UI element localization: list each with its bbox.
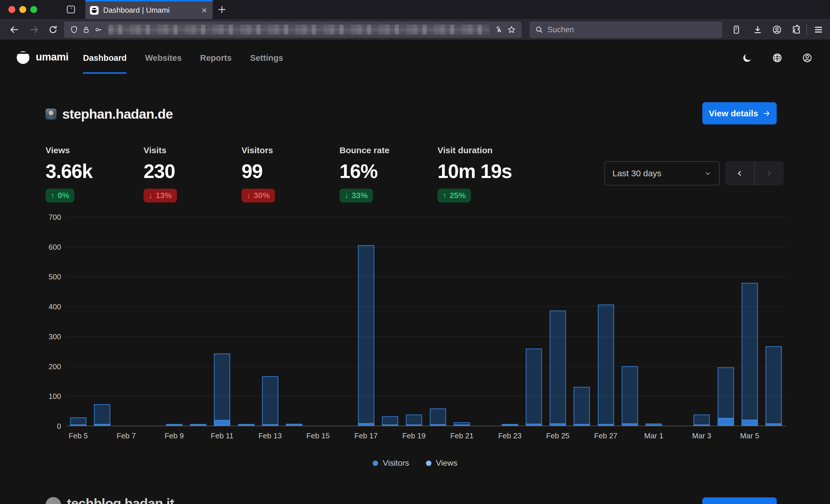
x-tick-label: Mar 1 <box>644 431 663 440</box>
forward-button-icon[interactable] <box>29 25 39 35</box>
metric-change-value: 13% <box>156 191 172 200</box>
reload-button-icon[interactable] <box>48 25 58 35</box>
chevron-left-icon <box>736 170 743 177</box>
visitors-bar-feb-17 <box>358 423 374 426</box>
metric-change-badge: ↑25% <box>438 189 471 202</box>
gridline <box>66 396 786 396</box>
visitors-bar-feb-5 <box>70 425 87 426</box>
website-header: stephan.hadan.de <box>45 106 173 122</box>
sidebar-toggle-icon[interactable] <box>66 4 76 15</box>
close-window-button[interactable] <box>8 6 15 13</box>
menu-hamburger-icon[interactable] <box>813 25 824 35</box>
metric-visit-duration: Visit duration10m 19s↑25% <box>438 145 536 202</box>
nav-item-reports[interactable]: Reports <box>200 40 232 75</box>
views-bar-mar-4 <box>717 367 734 426</box>
x-tick-label: Feb 7 <box>117 431 136 440</box>
x-tick-label: Feb 9 <box>165 431 184 440</box>
umami-favicon-icon <box>90 6 99 15</box>
chevron-right-icon <box>765 170 773 177</box>
lock-icon[interactable] <box>82 25 91 34</box>
umami-brand[interactable]: umami <box>15 49 69 65</box>
nav-item-dashboard[interactable]: Dashboard <box>83 40 127 75</box>
y-tick-label: 200 <box>28 362 61 371</box>
arrow-up-icon: ↑ <box>443 191 447 200</box>
theme-toggle-moon-icon[interactable] <box>742 53 753 63</box>
back-button-icon[interactable] <box>9 25 20 35</box>
metric-visitors: Visitors99↓30% <box>242 145 340 202</box>
views-bar-feb-6 <box>94 404 110 426</box>
legend-item-views[interactable]: Views <box>426 459 457 468</box>
svg-text:A: A <box>498 27 502 33</box>
views-bar-feb-20 <box>430 408 446 426</box>
url-bar[interactable]: A <box>64 21 522 38</box>
visitors-bar-feb-28 <box>621 423 638 426</box>
brand-name: umami <box>36 51 69 63</box>
date-range-select[interactable]: Last 30 days <box>604 161 720 186</box>
views-bar-feb-27 <box>598 304 614 426</box>
url-redacted-text <box>108 25 489 35</box>
next-period-button[interactable] <box>755 161 784 186</box>
x-tick-label: Feb 5 <box>69 431 88 440</box>
pageviews-chart <box>66 217 786 426</box>
app-header: umami DashboardWebsitesReportsSettings <box>0 40 830 75</box>
browser-search-input[interactable]: Suchen <box>530 21 722 38</box>
views-bar-feb-13 <box>262 376 278 426</box>
visitors-bar-feb-27 <box>598 424 614 426</box>
tab-close-icon[interactable] <box>200 7 208 14</box>
metric-change-value: 25% <box>450 191 466 200</box>
visitors-bar-feb-23 <box>502 425 518 426</box>
tab-title: Dashboard | Umami <box>103 6 200 15</box>
zoom-window-button[interactable] <box>30 6 37 13</box>
translate-icon[interactable]: A <box>495 25 504 34</box>
account-icon[interactable] <box>772 25 782 35</box>
metric-value: 99 <box>242 160 340 182</box>
metric-value: 3.66k <box>45 160 143 182</box>
view-details-button[interactable]: View details <box>702 102 777 125</box>
nav-item-settings[interactable]: Settings <box>250 40 283 75</box>
minimize-window-button[interactable] <box>19 6 26 13</box>
language-globe-icon[interactable] <box>772 53 783 63</box>
search-placeholder: Suchen <box>548 25 574 34</box>
x-tick-label: Feb 19 <box>402 431 426 440</box>
shield-icon[interactable] <box>70 25 78 34</box>
nav-item-websites[interactable]: Websites <box>145 40 182 75</box>
x-tick-label: Mar 5 <box>740 431 759 440</box>
website-title: stephan.hadan.de <box>62 106 173 122</box>
y-tick-label: 300 <box>28 332 61 341</box>
visitors-bar-feb-21 <box>454 425 470 426</box>
views-bar-mar-3 <box>693 414 710 426</box>
legend-item-visitors[interactable]: Visitors <box>373 459 409 468</box>
chart-legend: VisitorsViews <box>0 459 830 468</box>
metric-change-badge: ↓13% <box>143 189 177 202</box>
metric-label: Visit duration <box>438 145 536 155</box>
window-controls[interactable] <box>8 6 37 13</box>
views-bar-feb-28 <box>621 366 638 426</box>
browser-tab-active[interactable]: Dashboard | Umami <box>85 0 213 19</box>
previous-period-button[interactable] <box>725 161 755 186</box>
key-permission-icon[interactable] <box>94 25 103 34</box>
downloads-icon[interactable] <box>753 25 763 35</box>
arrow-down-icon: ↓ <box>345 191 349 200</box>
arrow-down-icon: ↓ <box>149 191 153 200</box>
new-tab-button[interactable] <box>217 4 227 15</box>
x-axis-line <box>66 426 786 426</box>
date-range-label: Last 30 days <box>612 168 704 178</box>
x-tick-label: Feb 23 <box>498 431 522 440</box>
x-tick-label: Feb 21 <box>450 431 474 440</box>
metric-change-badge: ↓30% <box>242 189 275 202</box>
reader-panel-icon[interactable] <box>731 25 741 35</box>
legend-dot-icon <box>373 461 378 466</box>
views-bar-feb-24 <box>526 348 542 426</box>
secondary-view-details-button[interactable]: View details <box>702 497 777 504</box>
y-tick-label: 400 <box>28 302 61 311</box>
visitors-bar-feb-25 <box>550 423 566 426</box>
extensions-puzzle-icon[interactable] <box>791 25 801 35</box>
gridline <box>66 276 786 277</box>
profile-icon[interactable] <box>802 53 813 63</box>
views-bar-feb-25 <box>550 310 566 426</box>
gridline <box>66 306 786 307</box>
arrow-up-icon: ↑ <box>51 191 55 200</box>
views-bar-feb-26 <box>574 387 590 426</box>
bookmark-star-icon[interactable] <box>507 25 516 34</box>
gridline <box>66 217 786 217</box>
